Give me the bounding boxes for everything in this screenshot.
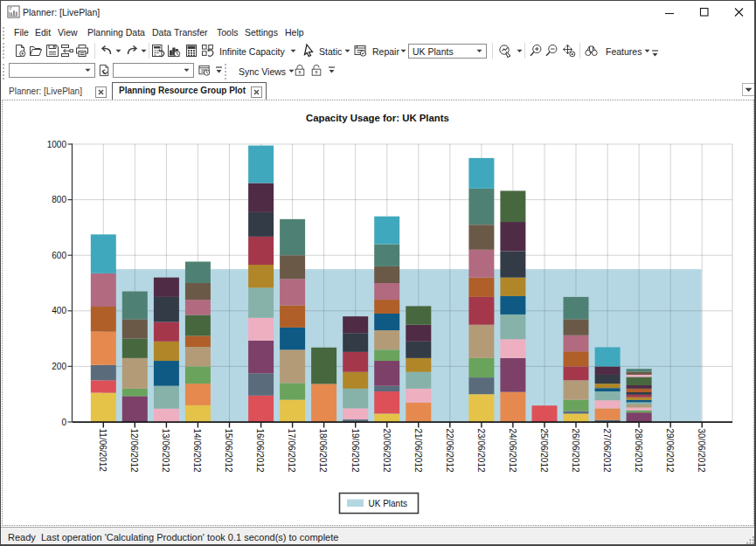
svg-text:UK Plants: UK Plants	[369, 499, 407, 508]
svg-text:200: 200	[52, 362, 66, 371]
svg-text:28/06/2012: 28/06/2012	[634, 429, 643, 473]
svg-text:11/06/2012: 11/06/2012	[98, 429, 108, 473]
svg-text:14/06/2012: 14/06/2012	[192, 429, 202, 473]
svg-text:29/06/2012: 29/06/2012	[665, 429, 675, 473]
svg-text:13/06/2012: 13/06/2012	[161, 429, 170, 473]
svg-text:25/06/2012: 25/06/2012	[539, 429, 549, 473]
svg-text:600: 600	[52, 251, 66, 260]
svg-text:Capacity Usage for: UK Plants: Capacity Usage for: UK Plants	[306, 113, 449, 123]
svg-text:18/06/2012: 18/06/2012	[318, 429, 328, 473]
svg-text:12/06/2012: 12/06/2012	[129, 429, 139, 473]
svg-text:1000: 1000	[47, 140, 67, 149]
svg-text:800: 800	[52, 195, 66, 204]
svg-text:15/06/2012: 15/06/2012	[224, 429, 233, 473]
svg-text:24/06/2012: 24/06/2012	[508, 429, 517, 473]
svg-text:19/06/2012: 19/06/2012	[350, 429, 360, 473]
svg-text:23/06/2012: 23/06/2012	[476, 429, 486, 473]
svg-text:30/06/2012: 30/06/2012	[697, 429, 706, 473]
svg-text:27/06/2012: 27/06/2012	[602, 429, 612, 473]
svg-text:17/06/2012: 17/06/2012	[287, 429, 296, 473]
svg-text:22/06/2012: 22/06/2012	[445, 429, 454, 473]
svg-text:16/06/2012: 16/06/2012	[255, 429, 265, 473]
svg-text:20/06/2012: 20/06/2012	[382, 429, 392, 473]
svg-text:400: 400	[52, 306, 66, 315]
svg-text:0: 0	[61, 418, 66, 427]
svg-text:21/06/2012: 21/06/2012	[413, 429, 423, 473]
svg-text:26/06/2012: 26/06/2012	[571, 429, 580, 473]
